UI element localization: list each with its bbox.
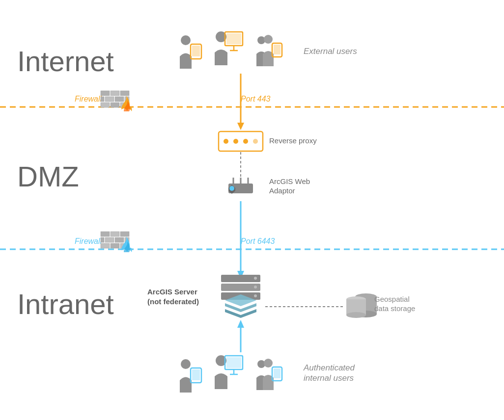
svg-rect-0 (101, 91, 110, 96)
arcgis-server-label-2: (not federated) (147, 297, 199, 306)
svg-rect-1 (111, 91, 119, 96)
zone-intranet-label: Intranet (17, 288, 114, 320)
svg-rect-13 (105, 237, 114, 242)
svg-point-48 (254, 294, 257, 297)
svg-rect-12 (120, 232, 129, 236)
svg-rect-6 (101, 97, 104, 102)
svg-point-35 (243, 139, 248, 144)
external-user-1 (180, 35, 201, 69)
internal-user-3 (256, 359, 282, 390)
firewall-label-orange: Firewall (75, 95, 102, 103)
zone-dmz-label: DMZ (17, 160, 79, 192)
svg-point-67 (264, 359, 273, 368)
svg-point-33 (224, 139, 228, 144)
arcgis-server-label-1: ArcGIS Server (147, 288, 197, 296)
svg-rect-25 (226, 33, 241, 44)
svg-rect-16 (101, 237, 104, 242)
svg-rect-63 (226, 357, 241, 368)
svg-rect-14 (115, 237, 124, 242)
internal-user-1 (180, 359, 201, 393)
web-adaptor-label-1: ArcGIS Web (269, 177, 310, 185)
diagram: Internet DMZ Intranet Firewall Port 443 … (0, 0, 504, 420)
svg-point-34 (233, 139, 238, 144)
svg-rect-4 (115, 97, 124, 102)
svg-rect-8 (111, 103, 119, 107)
svg-rect-10 (101, 232, 110, 236)
svg-rect-18 (111, 243, 119, 248)
svg-point-58 (181, 359, 191, 369)
svg-rect-17 (101, 243, 110, 248)
firewall-icon-orange (101, 91, 132, 111)
svg-point-57 (346, 312, 366, 318)
geo-storage-label-1: Geospatial (374, 295, 410, 303)
svg-point-46 (254, 277, 257, 280)
web-adaptor-label-2: Adaptor (269, 186, 295, 195)
zone-internet-label: Internet (17, 45, 114, 77)
external-user-2 (215, 31, 243, 65)
external-users-label: External users (304, 47, 357, 56)
internal-user-2 (215, 355, 243, 389)
geo-storage-label-2: data storage (374, 304, 415, 313)
firewall-label-blue: Firewall (75, 237, 102, 245)
svg-rect-69 (274, 368, 280, 378)
internal-users-label-2: internal users (304, 373, 354, 383)
svg-point-36 (253, 139, 258, 144)
geo-storage-icon (346, 293, 377, 318)
svg-point-47 (254, 286, 257, 289)
port-6443-label: Port 6443 (241, 237, 275, 245)
svg-point-42 (229, 186, 234, 191)
web-adaptor-icon (228, 178, 253, 194)
external-user-3 (256, 35, 282, 66)
svg-rect-31 (274, 45, 280, 54)
internal-users-label-1: Authenticated (303, 363, 355, 372)
reverse-proxy-label: Reverse proxy (269, 136, 317, 145)
svg-point-20 (181, 35, 191, 45)
svg-rect-7 (101, 103, 110, 107)
firewall-icon-blue (101, 232, 132, 252)
svg-rect-3 (105, 97, 114, 102)
reverse-proxy-icon (219, 131, 263, 151)
svg-rect-60 (192, 369, 200, 380)
arrowhead-orange-1 (237, 123, 244, 130)
arrowhead-blue-2 (237, 320, 244, 328)
svg-point-29 (264, 35, 273, 44)
svg-rect-11 (111, 232, 119, 236)
svg-rect-2 (120, 91, 129, 96)
port-443-label: Port 443 (241, 95, 271, 103)
svg-rect-22 (192, 46, 200, 56)
